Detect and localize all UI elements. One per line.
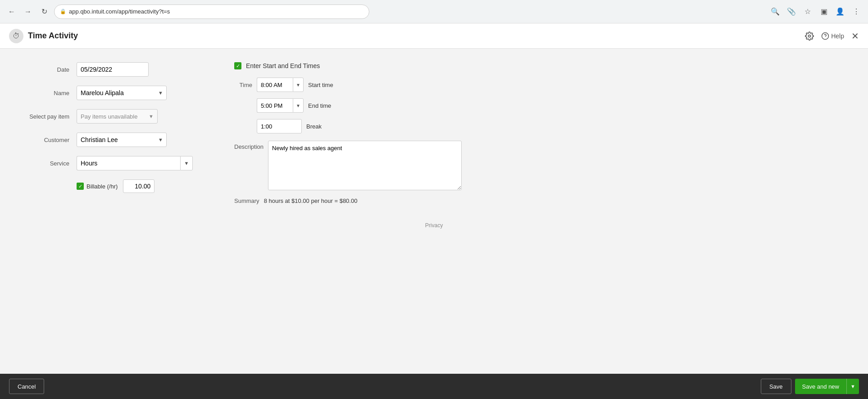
- summary-value: 8 hours at $10.00 per hour = $80.00: [264, 197, 358, 204]
- privacy-label: Privacy: [425, 222, 443, 229]
- form-layout: Date Name Marelou Alipala ▼ Select pay i…: [18, 62, 559, 204]
- form-right: ✓ Enter Start and End Times Time ▼ Start…: [234, 62, 559, 204]
- name-row: Name Marelou Alipala ▼: [18, 86, 207, 100]
- forward-button[interactable]: →: [22, 5, 34, 18]
- pay-item-row: Select pay item Pay items unavailable ▼: [18, 109, 207, 124]
- header-left: ⏱ Time Activity: [9, 29, 78, 43]
- search-icon[interactable]: 🔍: [769, 5, 782, 18]
- service-select-wrapper: ▼: [77, 156, 193, 170]
- page-title: Time Activity: [28, 31, 78, 41]
- break-label: Break: [306, 123, 322, 130]
- enter-times-row: ✓ Enter Start and End Times: [234, 62, 559, 69]
- save-and-new-chevron-icon: ▼: [850, 384, 855, 389]
- browser-chrome: ← → ↻ 🔒 app.qbo.intuit.com/app/timeactiv…: [0, 0, 868, 23]
- name-label: Name: [18, 90, 77, 96]
- service-dropdown-button[interactable]: ▼: [180, 156, 193, 170]
- help-label: Help: [831, 32, 844, 40]
- pay-items-select[interactable]: Pay items unavailable ▼: [77, 109, 158, 124]
- header-right: Help ✕: [805, 31, 859, 41]
- summary-label: Summary: [234, 197, 259, 204]
- bookmark-icon[interactable]: ☆: [801, 5, 814, 18]
- description-textarea[interactable]: Newly hired as sales agent: [268, 141, 462, 190]
- back-button[interactable]: ←: [5, 5, 18, 18]
- footer-right: Save Save and new ▼: [761, 379, 859, 394]
- service-row: Service ▼: [18, 156, 207, 170]
- start-time-select-wrapper: ▼: [257, 78, 304, 92]
- save-button[interactable]: Save: [761, 379, 791, 394]
- service-input[interactable]: [77, 156, 180, 170]
- settings-gear-icon[interactable]: [805, 32, 814, 41]
- break-row: Break: [257, 119, 559, 133]
- end-time-row: ▼ End time: [234, 98, 559, 113]
- break-input[interactable]: [257, 119, 302, 133]
- refresh-button[interactable]: ↻: [38, 5, 50, 18]
- end-time-field-label: End time: [308, 102, 331, 109]
- pay-items-dropdown-icon: ▼: [149, 114, 154, 119]
- date-input[interactable]: [77, 62, 149, 77]
- address-bar[interactable]: 🔒 app.qbo.intuit.com/app/timeactivity?t=…: [54, 5, 369, 19]
- profile-icon[interactable]: 👤: [834, 5, 846, 18]
- customer-select-wrapper: Christian Lee ▼: [77, 133, 167, 147]
- enter-times-checkbox[interactable]: ✓: [234, 62, 241, 69]
- extension-icon[interactable]: ▣: [818, 5, 830, 18]
- summary-row: Summary 8 hours at $10.00 per hour = $80…: [234, 197, 559, 204]
- url-text: app.qbo.intuit.com/app/timeactivity?t=s: [69, 8, 170, 15]
- help-button[interactable]: Help: [821, 32, 844, 40]
- service-label: Service: [18, 160, 77, 167]
- name-select-wrapper: Marelou Alipala ▼: [77, 86, 167, 100]
- save-and-new-dropdown-button[interactable]: ▼: [846, 379, 859, 394]
- billable-checkbox[interactable]: ✓: [77, 183, 84, 190]
- billable-row: ✓ Billable (/hr): [77, 179, 207, 193]
- billable-label: Billable (/hr): [86, 183, 118, 190]
- billable-checkbox-label[interactable]: ✓ Billable (/hr): [77, 183, 118, 190]
- save-and-new-wrapper: Save and new ▼: [795, 379, 859, 394]
- share-icon[interactable]: 📎: [785, 5, 798, 18]
- name-select[interactable]: Marelou Alipala: [77, 86, 167, 100]
- start-time-input[interactable]: [257, 78, 293, 92]
- billable-rate-input[interactable]: [123, 179, 155, 193]
- save-and-new-button[interactable]: Save and new: [795, 379, 846, 394]
- menu-icon[interactable]: ⋮: [850, 5, 863, 18]
- description-label: Description: [234, 141, 264, 150]
- description-row: Description Newly hired as sales agent: [234, 141, 559, 190]
- end-time-select-wrapper: ▼: [257, 98, 304, 113]
- time-label: Time: [234, 82, 252, 88]
- start-time-dropdown-button[interactable]: ▼: [293, 78, 304, 92]
- date-label: Date: [18, 66, 77, 73]
- cancel-button[interactable]: Cancel: [9, 379, 44, 394]
- app-header: ⏱ Time Activity Help ✕: [0, 23, 868, 49]
- customer-row: Customer Christian Lee ▼: [18, 133, 207, 147]
- end-time-input[interactable]: [257, 98, 293, 113]
- pay-item-label: Select pay item: [18, 113, 77, 120]
- svg-point-0: [809, 35, 811, 37]
- start-time-row: Time ▼ Start time: [234, 78, 559, 92]
- end-time-dropdown-button[interactable]: ▼: [293, 98, 304, 113]
- footer: Cancel Save Save and new ▼: [0, 374, 868, 399]
- customer-label: Customer: [18, 137, 77, 143]
- enter-times-label: Enter Start and End Times: [246, 62, 320, 69]
- close-button[interactable]: ✕: [851, 31, 859, 41]
- privacy-footer: Privacy: [18, 222, 850, 229]
- start-time-field-label: Start time: [308, 82, 333, 88]
- customer-select[interactable]: Christian Lee: [77, 133, 167, 147]
- date-row: Date: [18, 62, 207, 77]
- app-icon: ⏱: [9, 29, 23, 43]
- lock-icon: 🔒: [60, 9, 66, 14]
- browser-toolbar: 🔍 📎 ☆ ▣ 👤 ⋮: [769, 5, 863, 18]
- pay-items-text: Pay items unavailable: [81, 113, 137, 120]
- form-left: Date Name Marelou Alipala ▼ Select pay i…: [18, 62, 207, 204]
- main-content: Date Name Marelou Alipala ▼ Select pay i…: [0, 49, 868, 374]
